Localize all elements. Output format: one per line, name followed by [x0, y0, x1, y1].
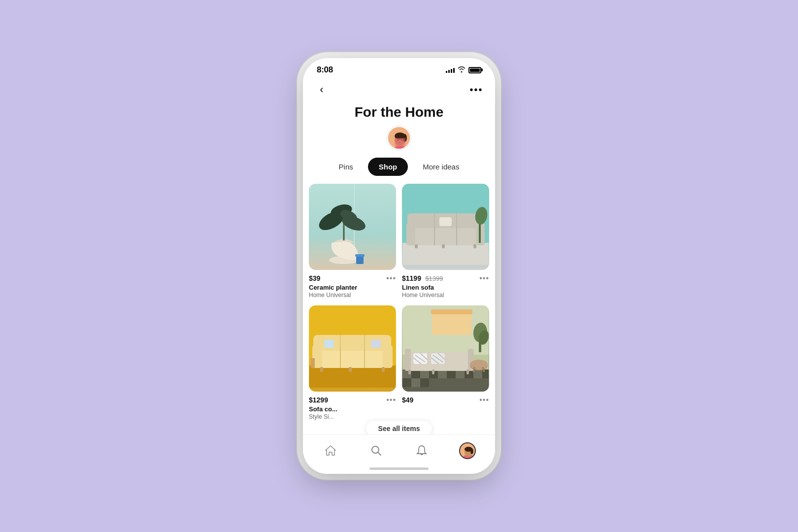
- product-price-3: $1299: [309, 396, 328, 404]
- svg-rect-20: [406, 223, 415, 245]
- battery-fill: [470, 68, 480, 72]
- product-card-2[interactable]: $1199 $1399 ••• Linen sofa Home Universa…: [402, 184, 489, 299]
- svg-rect-43: [371, 340, 381, 348]
- tab-pins[interactable]: Pins: [328, 158, 364, 176]
- svg-rect-29: [473, 244, 476, 248]
- tab-shop[interactable]: Shop: [368, 158, 408, 176]
- product-price-row-1: $39 •••: [309, 274, 396, 283]
- svg-rect-27: [415, 244, 418, 248]
- svg-rect-28: [442, 244, 445, 248]
- product-more-1[interactable]: •••: [386, 274, 396, 283]
- product-price-row-2: $1199 $1399 •••: [402, 274, 489, 283]
- price-group-2: $1199 $1399: [402, 274, 443, 283]
- more-button[interactable]: •••: [467, 81, 485, 99]
- svg-rect-47: [311, 358, 315, 368]
- svg-rect-18: [407, 226, 484, 245]
- signal-bar-4: [453, 68, 455, 73]
- svg-rect-26: [439, 217, 452, 226]
- home-indicator: [369, 467, 429, 470]
- signal-bar-3: [451, 69, 452, 73]
- product-name-3: Sofa co...: [309, 405, 396, 413]
- status-bar: 8:08: [303, 58, 495, 79]
- svg-rect-15: [355, 254, 365, 257]
- product-name-1: Ceramic planter: [309, 284, 396, 291]
- nav-home[interactable]: [320, 440, 341, 462]
- product-info-4: $49 •••: [402, 395, 489, 406]
- board-title: For the Home: [355, 104, 443, 120]
- nav-search[interactable]: [366, 440, 387, 462]
- signal-bars-icon: [446, 67, 455, 73]
- svg-rect-70: [432, 369, 434, 374]
- product-price-row-4: $49 •••: [402, 396, 489, 404]
- avatar[interactable]: [387, 126, 411, 150]
- nav-profile[interactable]: [457, 440, 478, 462]
- product-info-1: $39 ••• Ceramic planter Home Universal: [309, 273, 396, 299]
- product-name-2: Linen sofa: [402, 284, 489, 291]
- tab-more-ideas[interactable]: More ideas: [412, 158, 470, 176]
- svg-rect-65: [420, 378, 429, 387]
- product-price-original-2: $1399: [425, 275, 443, 282]
- svg-rect-64: [411, 378, 420, 387]
- svg-rect-37: [383, 345, 393, 368]
- status-time: 8:08: [317, 65, 333, 75]
- bell-icon: [415, 444, 428, 457]
- signal-bar-1: [446, 71, 447, 73]
- svg-rect-71: [466, 369, 469, 374]
- product-more-3[interactable]: •••: [386, 396, 396, 404]
- search-icon: [370, 444, 383, 457]
- board-header: For the Home: [303, 102, 495, 158]
- product-info-2: $1199 $1399 ••• Linen sofa Home Universa…: [402, 273, 489, 299]
- tabs-container: Pins Shop More ideas: [303, 158, 495, 184]
- wifi-icon: [458, 66, 466, 74]
- nav-notifications[interactable]: [411, 440, 432, 462]
- svg-rect-61: [473, 369, 482, 378]
- product-image-3: [309, 305, 396, 392]
- status-icons: [446, 66, 481, 74]
- svg-rect-42: [324, 340, 334, 348]
- product-grid: $39 ••• Ceramic planter Home Universal: [309, 184, 489, 461]
- signal-bar-2: [448, 70, 450, 73]
- svg-rect-46: [382, 367, 385, 372]
- product-price-1: $39: [309, 274, 320, 282]
- product-price-4: $49: [402, 396, 413, 404]
- home-icon: [324, 444, 337, 457]
- product-price-row-3: $1299 •••: [309, 396, 396, 404]
- nav-bar: ‹ •••: [303, 79, 495, 102]
- svg-rect-45: [349, 367, 352, 372]
- product-more-2[interactable]: •••: [479, 274, 489, 283]
- product-card-1[interactable]: $39 ••• Ceramic planter Home Universal: [309, 184, 396, 299]
- back-button[interactable]: ‹: [313, 81, 331, 99]
- product-card-3[interactable]: $1299 ••• Sofa co... Style Si...: [309, 305, 396, 421]
- product-brand-3: Style Si...: [309, 413, 396, 420]
- product-brand-1: Home Universal: [309, 292, 396, 299]
- product-price-2: $1199: [402, 274, 421, 282]
- profile-avatar: [459, 442, 476, 459]
- svg-point-93: [470, 448, 473, 454]
- svg-rect-63: [402, 378, 411, 387]
- svg-rect-34: [313, 348, 391, 368]
- product-brand-2: Home Universal: [402, 292, 489, 299]
- product-info-3: $1299 ••• Sofa co... Style Si...: [309, 395, 396, 421]
- product-image-1: [309, 184, 396, 270]
- product-image-4: [402, 305, 489, 392]
- product-image-2: [402, 184, 489, 270]
- phone-frame: 8:08 ‹ ••• For: [303, 58, 495, 474]
- svg-rect-69: [408, 369, 411, 374]
- svg-rect-67: [405, 349, 411, 371]
- product-more-4[interactable]: •••: [479, 396, 489, 404]
- svg-point-81: [470, 360, 488, 369]
- product-card-4[interactable]: $49 •••: [402, 305, 489, 421]
- svg-rect-51: [431, 309, 472, 314]
- svg-line-88: [378, 452, 381, 455]
- battery-icon: [468, 67, 481, 73]
- svg-rect-44: [320, 367, 323, 372]
